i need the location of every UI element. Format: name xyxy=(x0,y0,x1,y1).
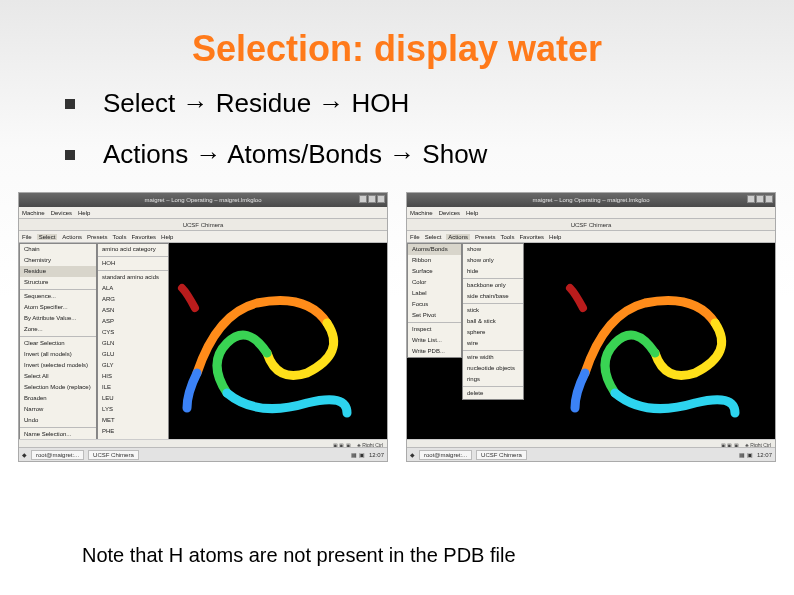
menu-item[interactable]: Surface xyxy=(408,266,461,277)
menu-tools[interactable]: Tools xyxy=(500,234,514,240)
taskbar-button[interactable]: root@maigret:... xyxy=(419,450,472,460)
menu-file[interactable]: File xyxy=(22,234,32,240)
clock: 12:07 xyxy=(757,452,772,458)
start-icon[interactable]: ◆ xyxy=(410,451,415,458)
menu-item[interactable]: Chemistry xyxy=(20,255,96,266)
menu-item[interactable]: Broaden xyxy=(20,393,96,404)
vm-title-text: maigret – Long Operating – maigret.lmkgl… xyxy=(144,197,261,203)
menu-item[interactable]: By Attribute Value... xyxy=(20,313,96,324)
menu-item[interactable]: Undo xyxy=(20,415,96,426)
menu-item[interactable]: Selection Mode (replace) xyxy=(20,382,96,393)
clock: 12:07 xyxy=(369,452,384,458)
submenu-item[interactable]: hide xyxy=(463,266,523,277)
menu-select[interactable]: Select xyxy=(37,234,58,240)
submenu-item[interactable]: LEU xyxy=(98,393,168,404)
submenu-item[interactable]: amino acid category xyxy=(98,244,168,255)
menu-file[interactable]: File xyxy=(410,234,420,240)
menu-item[interactable]: Inspect xyxy=(408,324,461,335)
screenshot-row: maigret – Long Operating – maigret.lmkgl… xyxy=(0,190,794,462)
actions-dropdown[interactable]: Atoms/Bonds Ribbon Surface Color Label F… xyxy=(407,243,462,358)
submenu-item[interactable]: PRO xyxy=(98,437,168,439)
atomsbonds-submenu[interactable]: show show only hide backbone only side c… xyxy=(462,243,524,400)
submenu-item[interactable]: GLY xyxy=(98,360,168,371)
submenu-item[interactable]: ASN xyxy=(98,305,168,316)
menu-presets[interactable]: Presets xyxy=(87,234,107,240)
menu-item[interactable]: Color xyxy=(408,277,461,288)
submenu-item[interactable]: ball & stick xyxy=(463,316,523,327)
menu-item[interactable]: Focus xyxy=(408,299,461,310)
submenu-item[interactable]: PHE xyxy=(98,426,168,437)
footnote: Note that H atoms are not present in the… xyxy=(82,544,516,567)
submenu-item[interactable]: show only xyxy=(463,255,523,266)
menu-item-atomsbonds[interactable]: Atoms/Bonds xyxy=(408,244,461,255)
bullet-list: Select → Residue → HOH Actions → Atoms/B… xyxy=(0,88,794,170)
submenu-item[interactable]: rings xyxy=(463,374,523,385)
submenu-item[interactable]: wire xyxy=(463,338,523,349)
menu-item[interactable]: Name Selection... xyxy=(20,429,96,439)
app-menubar: File Select Actions Presets Tools Favori… xyxy=(407,231,775,243)
taskbar-button[interactable]: root@maigret:... xyxy=(31,450,84,460)
menu-item[interactable]: Invert (all models) xyxy=(20,349,96,360)
menu-favorites[interactable]: Favorites xyxy=(519,234,544,240)
menu-item[interactable]: Sequence... xyxy=(20,291,96,302)
menu-item[interactable]: Ribbon xyxy=(408,255,461,266)
menu-help[interactable]: Help xyxy=(161,234,173,240)
menu-item[interactable]: Label xyxy=(408,288,461,299)
vm-titlebar: maigret – Long Operating – maigret.lmkgl… xyxy=(407,193,775,207)
submenu-item[interactable]: ILE xyxy=(98,382,168,393)
protein-ribbon xyxy=(545,253,765,433)
vm-menu-item[interactable]: Help xyxy=(466,210,478,216)
submenu-item[interactable]: MET xyxy=(98,415,168,426)
submenu-item[interactable]: nucleotide objects xyxy=(463,363,523,374)
vm-menu-item[interactable]: Devices xyxy=(51,210,72,216)
taskbar-button[interactable]: UCSF Chimera xyxy=(88,450,139,460)
menu-item[interactable]: Write PDB... xyxy=(408,346,461,357)
menu-help[interactable]: Help xyxy=(549,234,561,240)
vm-menu-item[interactable]: Machine xyxy=(22,210,45,216)
menu-actions[interactable]: Actions xyxy=(446,234,470,240)
submenu-item[interactable]: delete xyxy=(463,388,523,399)
submenu-item[interactable]: GLU xyxy=(98,349,168,360)
menu-item[interactable]: Invert (selected models) xyxy=(20,360,96,371)
menu-item[interactable]: Chain xyxy=(20,244,96,255)
protein-ribbon xyxy=(157,253,377,433)
start-icon[interactable]: ◆ xyxy=(22,451,27,458)
taskbar-button[interactable]: UCSF Chimera xyxy=(476,450,527,460)
vm-titlebar: maigret – Long Operating – maigret.lmkgl… xyxy=(19,193,387,207)
submenu-item[interactable]: side chain/base xyxy=(463,291,523,302)
menu-presets[interactable]: Presets xyxy=(475,234,495,240)
submenu-item[interactable]: ARG xyxy=(98,294,168,305)
residue-submenu[interactable]: amino acid category HOH standard amino a… xyxy=(97,243,169,439)
submenu-item[interactable]: backbone only xyxy=(463,280,523,291)
menu-favorites[interactable]: Favorites xyxy=(131,234,156,240)
vm-menu-item[interactable]: Devices xyxy=(439,210,460,216)
menu-item[interactable]: Set Pivot xyxy=(408,310,461,321)
vm-menu-item[interactable]: Machine xyxy=(410,210,433,216)
submenu-item[interactable]: LYS xyxy=(98,404,168,415)
submenu-item[interactable]: wire width xyxy=(463,352,523,363)
menu-tools[interactable]: Tools xyxy=(112,234,126,240)
submenu-item[interactable]: sphere xyxy=(463,327,523,338)
submenu-item[interactable]: ASP xyxy=(98,316,168,327)
submenu-item[interactable]: stick xyxy=(463,305,523,316)
menu-item[interactable]: Atom Specifier... xyxy=(20,302,96,313)
menu-item[interactable]: Clear Selection xyxy=(20,338,96,349)
submenu-item-show[interactable]: show xyxy=(463,244,523,255)
submenu-item[interactable]: GLN xyxy=(98,338,168,349)
submenu-item[interactable]: HIS xyxy=(98,371,168,382)
menu-select[interactable]: Select xyxy=(425,234,442,240)
menu-item[interactable]: Narrow xyxy=(20,404,96,415)
menu-item[interactable]: Zone... xyxy=(20,324,96,335)
select-dropdown[interactable]: Chain Chemistry Residue Structure Sequen… xyxy=(19,243,97,439)
submenu-item-hoh[interactable]: HOH xyxy=(98,258,168,269)
bullet-item: Actions → Atoms/Bonds → Show xyxy=(65,139,754,170)
menu-item[interactable]: Structure xyxy=(20,277,96,288)
menu-item[interactable]: Write List... xyxy=(408,335,461,346)
menu-item[interactable]: Select All xyxy=(20,371,96,382)
submenu-item[interactable]: CYS xyxy=(98,327,168,338)
menu-actions[interactable]: Actions xyxy=(62,234,82,240)
submenu-item[interactable]: ALA xyxy=(98,283,168,294)
menu-item-residue[interactable]: Residue xyxy=(20,266,96,277)
submenu-item[interactable]: standard amino acids xyxy=(98,272,168,283)
vm-menu-item[interactable]: Help xyxy=(78,210,90,216)
